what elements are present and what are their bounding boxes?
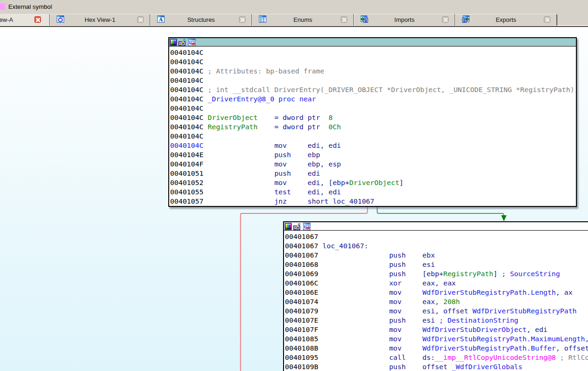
basic-block-loc_401067[interactable]: 0040106700401067 loc_401067:00401067 pus… <box>283 221 588 371</box>
code-line[interactable]: 0040104F mov ebp, esp <box>170 159 576 169</box>
tab-close-icon[interactable] <box>341 16 347 23</box>
tab-close-icon[interactable] <box>137 16 144 23</box>
code-line[interactable]: 0040107E push esi ; DestinationString <box>285 316 588 325</box>
group-node-icon[interactable] <box>303 223 311 230</box>
tab-enums[interactable]: Enums <box>252 14 354 26</box>
tab-label: Structures <box>151 16 251 23</box>
code-line[interactable]: 0040104C ; Attributes: bp-based frame <box>170 66 576 76</box>
code-line[interactable]: 0040104C mov edi, edi <box>170 141 576 150</box>
code-line[interactable]: 0040104C <box>170 48 576 57</box>
tab-close-icon[interactable] <box>544 16 550 23</box>
node-color-palette-icon[interactable] <box>170 39 177 46</box>
code-line[interactable]: 00401068 push esi <box>285 260 588 269</box>
code-line[interactable]: 0040104E push ebp <box>170 150 576 159</box>
edit-node-icon[interactable] <box>293 223 301 230</box>
tab-exports[interactable]: Exports <box>455 14 557 26</box>
tab-label: IDA View-A <box>0 16 48 23</box>
code-line[interactable]: 00401057 jnz short loc_401067 <box>170 197 576 206</box>
code-line[interactable]: 00401052 mov edi, [ebp+DriverObject] <box>170 178 576 187</box>
tab-label: Exports <box>456 16 556 23</box>
code-line[interactable]: 0040108B mov WdfDriverStubRegistryPath.B… <box>285 344 588 353</box>
node-code: 0040106700401067 loc_401067:00401067 pus… <box>284 231 588 371</box>
tab-close-icon[interactable] <box>442 16 449 23</box>
tab-label: Enums <box>252 16 353 23</box>
code-line[interactable]: 00401067 push ebx <box>285 251 588 260</box>
navband-legend: External symbol <box>0 0 588 14</box>
code-line[interactable]: 0040106E mov WdfDriverStubRegistryPath.L… <box>285 288 588 297</box>
code-line[interactable]: 00401085 mov WdfDriverStubRegistryPath.M… <box>285 334 588 344</box>
external-symbol-color-swatch <box>0 4 5 10</box>
tab-bar: VIDA View-A Hex View-1 AStructures <box>0 14 588 27</box>
edit-node-icon[interactable] <box>178 39 186 46</box>
legend-label: External symbol <box>8 3 52 10</box>
code-line[interactable]: 0040104C <box>170 104 576 113</box>
tab-imports[interactable]: Imports <box>354 14 456 26</box>
tab-label: Imports <box>354 16 455 23</box>
code-line[interactable]: 00401074 mov eax, 208h <box>285 297 588 306</box>
code-line[interactable]: 00401067 loc_401067: <box>285 241 588 251</box>
node-code: 0040104C0040104C0040104C ; Attributes: b… <box>169 46 576 206</box>
code-line[interactable]: 00401055 test edi, edi <box>170 187 576 197</box>
code-line[interactable]: 0040104C RegistryPath = dword ptr 0Ch <box>170 122 576 132</box>
code-line[interactable]: 00401051 push edi <box>170 169 576 178</box>
group-node-icon[interactable] <box>188 39 196 46</box>
code-line[interactable]: 00401069 push [ebp+RegistryPath] ; Sourc… <box>285 269 588 278</box>
basic-block-DriverEntry[interactable]: 0040104C0040104C0040104C ; Attributes: b… <box>168 37 577 207</box>
code-line[interactable]: 0040104C <box>170 132 576 141</box>
node-color-palette-icon[interactable] <box>284 223 292 230</box>
code-line[interactable]: 0040104C <box>170 76 576 85</box>
code-line[interactable]: 0040104C <box>170 57 576 66</box>
code-line[interactable]: 00401079 mov esi, offset WdfDriverStubRe… <box>285 306 588 316</box>
code-line[interactable]: 0040104C ; int __stdcall DriverEntry(_DR… <box>170 85 576 94</box>
ida-pro-window: External symbol VIDA View-A Hex View-1 A… <box>0 0 588 371</box>
tab-structures[interactable]: AStructures <box>150 14 252 26</box>
tab-label: Hex View-1 <box>50 16 150 23</box>
code-line[interactable]: 0040106C xor eax, eax <box>285 278 588 288</box>
node-title-bar[interactable] <box>284 222 588 231</box>
code-line[interactable]: 0040104C _DriverEntry@8_0 proc near <box>170 94 576 104</box>
code-line[interactable]: 0040104C DriverObject = dword ptr 8 <box>170 113 576 122</box>
code-line[interactable]: 00401067 <box>285 232 588 241</box>
tab-close-icon[interactable] <box>239 16 245 23</box>
code-line[interactable]: 0040109B push offset _WdfDriverGlobals <box>285 362 588 371</box>
code-line[interactable]: 0040107F mov WdfDriverStubDriverObject, … <box>285 325 588 334</box>
tab-hex-view-1[interactable]: Hex View-1 <box>50 14 151 26</box>
node-title-bar[interactable] <box>169 38 576 46</box>
disassembly-graph-view[interactable]: 0040104C0040104C0040104C ; Attributes: b… <box>0 27 588 371</box>
tab-ida-view-a[interactable]: VIDA View-A <box>0 14 50 26</box>
tab-close-icon[interactable] <box>34 16 41 23</box>
code-line[interactable]: 00401095 call ds:__imp__RtlCopyUnicodeSt… <box>285 353 588 362</box>
